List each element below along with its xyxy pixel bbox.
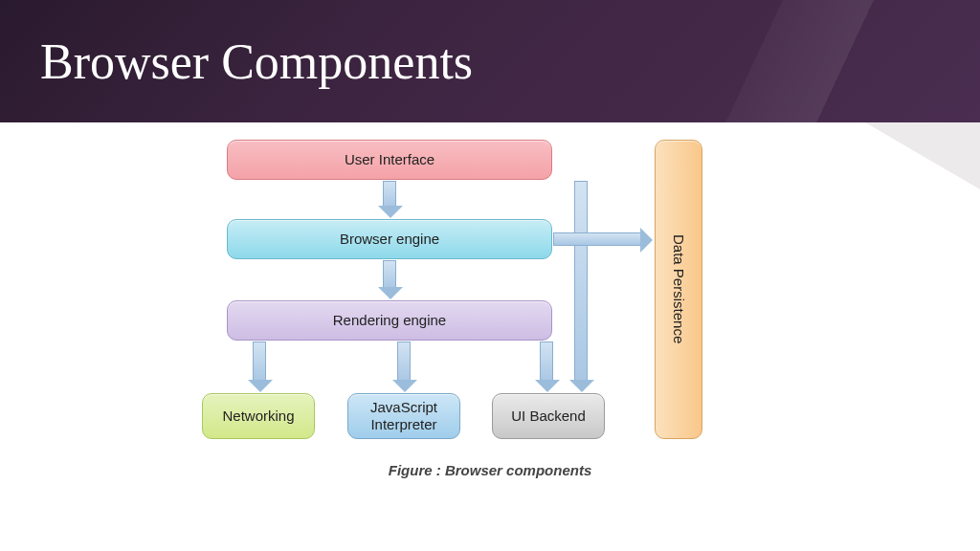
- arrow-rendering-to-js: [397, 342, 411, 381]
- box-label: UI Backend: [511, 408, 586, 425]
- slide-title: Browser Components: [40, 33, 473, 90]
- box-label: Rendering engine: [333, 312, 446, 329]
- arrow-browser-engine-to-rendering-engine: [383, 260, 396, 288]
- arrow-rendering-to-networking: [253, 342, 266, 381]
- arrow-ui-to-ui-backend: [574, 181, 588, 381]
- corner-decoration: [865, 122, 980, 189]
- box-data-persistence: Data Persistence: [655, 140, 702, 439]
- diagram-area: User Interface Browser engine Rendering …: [0, 122, 980, 551]
- box-ui-backend: UI Backend: [492, 393, 605, 439]
- box-label: Data Persistence: [670, 234, 687, 343]
- box-label: Browser engine: [340, 231, 439, 248]
- arrow-ui-to-browser-engine: [383, 181, 396, 207]
- box-js-interpreter: JavaScript Interpreter: [347, 393, 460, 439]
- slide-header: Browser Components: [0, 0, 980, 122]
- box-networking: Networking: [202, 393, 315, 439]
- box-rendering-engine: Rendering engine: [227, 300, 552, 341]
- figure-caption: Figure : Browser components: [0, 462, 980, 478]
- box-label: JavaScript Interpreter: [370, 399, 437, 433]
- box-label: User Interface: [345, 151, 434, 168]
- arrow-rendering-to-ui-backend: [540, 342, 553, 381]
- box-browser-engine: Browser engine: [227, 219, 552, 259]
- box-user-interface: User Interface: [227, 140, 552, 180]
- arrow-browser-engine-to-data-persistence: [553, 232, 641, 246]
- box-label: Networking: [222, 408, 294, 425]
